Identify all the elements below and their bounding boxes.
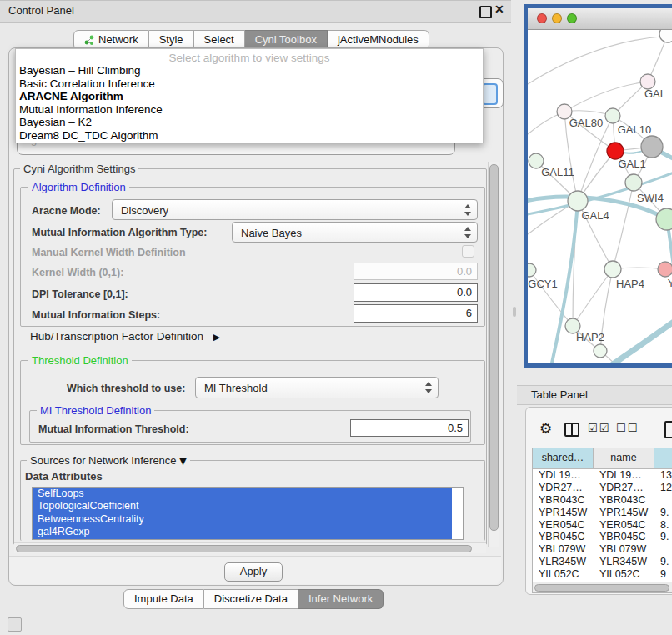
column-header-shared[interactable]: shared… [533, 448, 594, 468]
table-cell: 12 [654, 482, 672, 494]
dpi-tolerance-field[interactable]: 0.0 [354, 283, 478, 302]
network-window-titlebar[interactable] [528, 8, 672, 30]
mi-algorithm-type-combo[interactable]: Naive Bayes [232, 222, 478, 242]
manual-kernel-label: Manual Kernel Width Definition [32, 247, 186, 258]
table-row[interactable]: YIL052CYIL052C9 [533, 568, 672, 581]
sources-group-title[interactable]: Sources for Network Inference ▼ [27, 454, 190, 467]
hub-definition-label[interactable]: Hub/Transcription Factor Definition ▶ [30, 330, 220, 342]
table-panel-header: Table Panel [517, 385, 672, 405]
network-node-gal4[interactable] [568, 191, 588, 211]
network-node-hap4[interactable] [604, 261, 621, 278]
table-cell: YPR145W [533, 507, 594, 519]
table-panel-title: Table Panel [531, 388, 588, 401]
table-cell: YBR045C [594, 531, 654, 543]
kernel-width-field[interactable]: 0.0 [354, 262, 478, 280]
node-label: GAL1 [618, 158, 645, 170]
table-cell: YLR345W [594, 556, 654, 568]
algorithm-option[interactable]: Bayesian – K2 [16, 116, 483, 129]
deselect-all-checkboxes-icon[interactable]: ☐☐ [616, 422, 639, 434]
tab-label: Style [159, 33, 183, 46]
node-label: GAL [644, 88, 666, 100]
table-horizontal-scrollbar[interactable] [533, 582, 672, 592]
algorithm-option[interactable]: Dream8 DC_TDC Algorithm [16, 129, 483, 142]
network-canvas[interactable]: GALGAL80GAL10GAL1GAL11SWI4GAL4GCY1HAP4YH… [528, 30, 672, 363]
attribute-item[interactable]: BetweennessCentrality [33, 513, 452, 526]
table-row[interactable]: YBR043CYBR043C [533, 494, 672, 507]
node-attribute-table[interactable]: shared…name YDL19…YDL19…13YDR27…YDR27…12… [532, 448, 672, 593]
network-node-gal10[interactable] [605, 108, 620, 123]
network-node[interactable] [659, 30, 672, 42]
network-node-y[interactable] [658, 262, 672, 277]
attribute-item[interactable]: SelfLoops [33, 488, 452, 500]
expanded-arrow-icon[interactable]: ▼ [179, 456, 186, 467]
table-cell: 9. [654, 507, 672, 519]
network-edge[interactable] [528, 37, 661, 84]
network-view-window[interactable]: GALGAL80GAL10GAL1GAL11SWI4GAL4GCY1HAP4YH… [524, 4, 672, 368]
column-header-name[interactable]: name [594, 448, 654, 468]
network-edge-highlighted[interactable] [609, 318, 672, 363]
table-row[interactable]: YDR27…YDR27…12 [533, 482, 672, 494]
tab-discretize-data[interactable]: Discretize Data [204, 589, 298, 609]
algorithm-option[interactable]: Mutual Information Inference [16, 103, 483, 117]
algorithm-option[interactable]: ARACNE Algorithm [16, 90, 483, 103]
table-row[interactable]: YDL19…YDL19…13 [533, 469, 672, 482]
collapsed-arrow-icon[interactable]: ▶ [213, 332, 220, 342]
algorithm-option[interactable]: Basic Correlation Inference [16, 78, 483, 91]
attribute-item[interactable]: gal4RGexp [33, 526, 452, 538]
network-node[interactable] [641, 136, 663, 158]
table-cell: YDL19… [594, 469, 654, 482]
network-node-gal1[interactable] [607, 142, 624, 159]
column-header[interactable] [654, 448, 672, 468]
float-panel-icon[interactable] [479, 6, 492, 18]
tab-infer-network[interactable]: Infer Network [298, 589, 384, 609]
network-edge[interactable] [613, 182, 634, 269]
table-row[interactable]: YER054CYER054C8. [533, 519, 672, 532]
mi-steps-field[interactable]: 6 [354, 304, 478, 322]
tab-impute-data[interactable]: Impute Data [123, 589, 204, 609]
table-cell: YDR27… [594, 482, 654, 494]
table-cell: YLR345W [533, 556, 594, 568]
control-panel-title: Control Panel [8, 4, 74, 17]
table-row[interactable]: YBL079WYBL079W [533, 543, 672, 556]
minimize-traffic-light-icon[interactable] [552, 13, 562, 23]
data-attributes-list[interactable]: SelfLoopsTopologicalCoefficientBetweenne… [32, 487, 464, 540]
combo-spinner-focused[interactable] [482, 83, 498, 105]
mi-threshold-group-title: MI Threshold Definition [37, 404, 154, 417]
close-traffic-light-icon[interactable] [537, 13, 547, 23]
which-threshold-combo[interactable]: MI Threshold [195, 377, 439, 398]
dpi-tolerance-label: DPI Tolerance [0,1]: [32, 288, 128, 300]
network-node-gcy1[interactable] [528, 263, 536, 277]
select-all-checkboxes-icon[interactable]: ☑☑ [588, 422, 610, 434]
network-node-swi4[interactable] [656, 208, 672, 230]
network-node[interactable] [625, 174, 642, 191]
network-edge[interactable] [564, 82, 648, 112]
aracne-mode-combo[interactable]: Discovery [112, 199, 478, 220]
table-row[interactable]: YBR045CYBR045C9. [533, 531, 672, 543]
close-panel-icon[interactable]: ✕ [494, 2, 504, 16]
table-cell: 9. [654, 531, 672, 543]
column-layout-icon[interactable] [564, 422, 579, 437]
settings-vertical-scrollbar[interactable] [488, 162, 499, 547]
table-row[interactable]: YPR145WYPR145W9. [533, 507, 672, 519]
table-cell: YIL052C [533, 568, 594, 581]
which-threshold-label: Which threshold to use: [67, 382, 185, 394]
settings-gear-icon[interactable]: ⚙ [539, 420, 552, 437]
table-cell: YDR27… [533, 482, 594, 494]
node-label: GAL80 [569, 117, 603, 129]
combo-arrows-icon [425, 382, 433, 393]
algorithm-option[interactable]: Bayesian – Hill Climbing [16, 64, 483, 78]
table-row[interactable]: YLR345WYLR345W9. [533, 556, 672, 568]
minimized-panel-icon[interactable] [8, 618, 22, 632]
apply-button[interactable]: Apply [224, 562, 283, 582]
node-label: GAL4 [581, 209, 609, 222]
zoom-traffic-light-icon[interactable] [567, 13, 577, 23]
manual-kernel-checkbox[interactable] [462, 245, 474, 258]
attribute-item[interactable]: TopologicalCoefficient [33, 500, 452, 512]
combo-arrows-icon [464, 204, 472, 216]
mi-threshold-field[interactable]: 0.5 [350, 419, 469, 437]
function-builder-icon[interactable] [664, 421, 672, 438]
network-node[interactable] [594, 344, 607, 358]
settings-horizontal-scrollbar[interactable] [14, 542, 486, 553]
splitter-handle[interactable] [513, 307, 516, 317]
node-label: GCY1 [528, 278, 557, 290]
